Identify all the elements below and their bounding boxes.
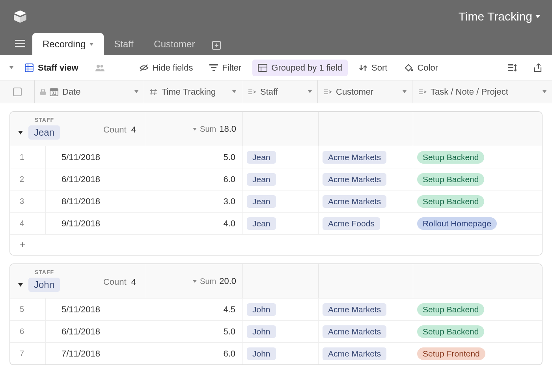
group-count[interactable]: Count 4 <box>103 125 136 135</box>
table-row[interactable]: 1 5/11/2018 5.0 Jean Acme Markets Setup … <box>10 146 542 168</box>
collapse-group-icon[interactable] <box>18 131 23 134</box>
tab-staff[interactable]: Staff <box>104 33 144 55</box>
filter-button[interactable]: Filter <box>204 60 247 76</box>
link-icon <box>418 89 427 95</box>
column-time[interactable]: Time Tracking <box>144 80 242 103</box>
cell-task[interactable]: Setup Backend <box>413 146 542 168</box>
svg-line-24 <box>151 89 152 95</box>
column-dropdown-icon <box>308 90 312 93</box>
add-tab-button[interactable]: + <box>205 37 228 54</box>
svg-line-25 <box>155 89 155 95</box>
sort-button[interactable]: Sort <box>353 60 393 76</box>
cell-date[interactable]: 8/11/2018 <box>46 190 145 212</box>
tab-recording[interactable]: Recording <box>32 33 104 55</box>
column-customer[interactable]: Customer <box>318 80 412 103</box>
share-arrow-icon <box>533 63 543 72</box>
cell-time[interactable]: 4.0 <box>145 213 243 234</box>
add-row[interactable]: + <box>10 234 542 255</box>
logo-icon <box>12 8 28 25</box>
cell-customer[interactable]: Acme Markets <box>319 299 413 320</box>
cell-customer[interactable]: Acme Markets <box>319 343 413 364</box>
views-dropdown-caret[interactable] <box>9 66 13 69</box>
cell-task[interactable]: Setup Backend <box>413 168 542 190</box>
cell-customer[interactable]: Acme Markets <box>319 168 413 190</box>
cell-staff[interactable]: John <box>243 299 319 320</box>
cell-date[interactable]: 5/11/2018 <box>46 146 145 168</box>
people-icon <box>95 63 105 72</box>
cell-date[interactable]: 6/11/2018 <box>46 321 145 342</box>
table-row[interactable]: 5 5/11/2018 4.5 John Acme Markets Setup … <box>10 298 542 320</box>
task-pill: Setup Backend <box>417 195 484 208</box>
group-sum[interactable]: Sum 20.0 <box>145 264 243 298</box>
share-view-button[interactable] <box>528 60 543 75</box>
top-bar: Time Tracking <box>0 0 552 33</box>
cell-task[interactable]: Setup Backend <box>413 321 542 342</box>
table-row[interactable]: 4 9/11/2018 4.0 Jean Acme Foods Rollout … <box>10 212 542 234</box>
paint-bucket-icon <box>404 63 413 72</box>
group-field-label: STAFF <box>35 269 137 275</box>
tab-label: Customer <box>154 39 195 50</box>
cell-task[interactable]: Setup Backend <box>413 190 542 212</box>
cell-customer[interactable]: Acme Markets <box>319 321 413 342</box>
svg-point-8 <box>100 65 103 67</box>
color-label: Color <box>417 63 438 73</box>
cell-date[interactable]: 9/11/2018 <box>46 213 145 234</box>
cell-customer[interactable]: Acme Markets <box>319 146 413 168</box>
cell-time[interactable]: 6.0 <box>145 343 243 364</box>
cell-task[interactable]: Rollout Homepage <box>413 213 542 234</box>
column-staff[interactable]: Staff <box>242 80 318 103</box>
group-sum[interactable]: Sum 18.0 <box>145 112 243 146</box>
column-date[interactable]: 31 Date <box>35 80 144 103</box>
cell-staff[interactable]: John <box>243 321 319 342</box>
share-button[interactable] <box>90 60 111 75</box>
cell-date[interactable]: 6/11/2018 <box>46 168 145 190</box>
view-switcher[interactable]: Staff view <box>19 60 84 76</box>
svg-rect-12 <box>213 70 215 71</box>
staff-pill: Jean <box>247 195 276 208</box>
group-count[interactable]: Count 4 <box>103 277 136 287</box>
cell-staff[interactable]: Jean <box>243 168 319 190</box>
app-title-dropdown[interactable]: Time Tracking <box>459 10 540 23</box>
hide-fields-label: Hide fields <box>153 63 193 73</box>
cell-customer[interactable]: Acme Markets <box>319 190 413 212</box>
cell-date[interactable]: 7/11/2018 <box>46 343 145 364</box>
table-row[interactable]: 3 8/11/2018 3.0 Jean Acme Markets Setup … <box>10 190 542 212</box>
collapse-group-icon[interactable] <box>18 283 23 287</box>
view-name: Staff view <box>38 63 78 73</box>
cell-task[interactable]: Setup Backend <box>413 299 542 320</box>
select-all-cell[interactable] <box>0 80 35 103</box>
svg-rect-3 <box>25 64 33 72</box>
table-row[interactable]: 2 6/11/2018 6.0 Jean Acme Markets Setup … <box>10 168 542 190</box>
group-name-badge: Jean <box>28 125 60 140</box>
cell-staff[interactable]: Jean <box>243 146 319 168</box>
svg-rect-0 <box>15 40 25 41</box>
table-row[interactable]: 7 7/11/2018 6.0 John Acme Markets Setup … <box>10 342 542 364</box>
cell-time[interactable]: 5.0 <box>145 146 243 168</box>
hide-fields-button[interactable]: Hide fields <box>134 60 199 76</box>
menu-icon[interactable] <box>8 40 32 53</box>
row-height-button[interactable] <box>502 60 522 75</box>
column-dropdown-icon <box>134 90 138 93</box>
cell-customer[interactable]: Acme Foods <box>319 213 413 234</box>
color-button[interactable]: Color <box>398 60 444 76</box>
column-staff-label: Staff <box>260 87 278 97</box>
cell-staff[interactable]: Jean <box>243 190 319 212</box>
cell-time[interactable]: 6.0 <box>145 168 243 190</box>
cell-time[interactable]: 3.0 <box>145 190 243 212</box>
customer-pill: Acme Markets <box>323 325 386 338</box>
cell-date[interactable]: 5/11/2018 <box>46 299 145 320</box>
task-pill: Setup Frontend <box>417 347 485 360</box>
group: STAFF Jean Count 4 Sum 18.0 1 5/11/2018 … <box>9 111 543 256</box>
column-task-label: Task / Note / Project <box>431 87 508 97</box>
cell-time[interactable]: 4.5 <box>145 299 243 320</box>
cell-staff[interactable]: Jean <box>243 213 319 234</box>
column-task[interactable]: Task / Note / Project <box>412 80 552 103</box>
cell-task[interactable]: Setup Frontend <box>413 343 542 364</box>
cell-staff[interactable]: John <box>243 343 319 364</box>
group-button[interactable]: Grouped by 1 field <box>252 60 348 76</box>
tab-customer[interactable]: Customer <box>144 33 205 55</box>
table-row[interactable]: 6 6/11/2018 5.0 John Acme Markets Setup … <box>10 320 542 342</box>
cell-time[interactable]: 5.0 <box>145 321 243 342</box>
svg-rect-1 <box>15 43 25 44</box>
filter-icon <box>209 64 218 71</box>
